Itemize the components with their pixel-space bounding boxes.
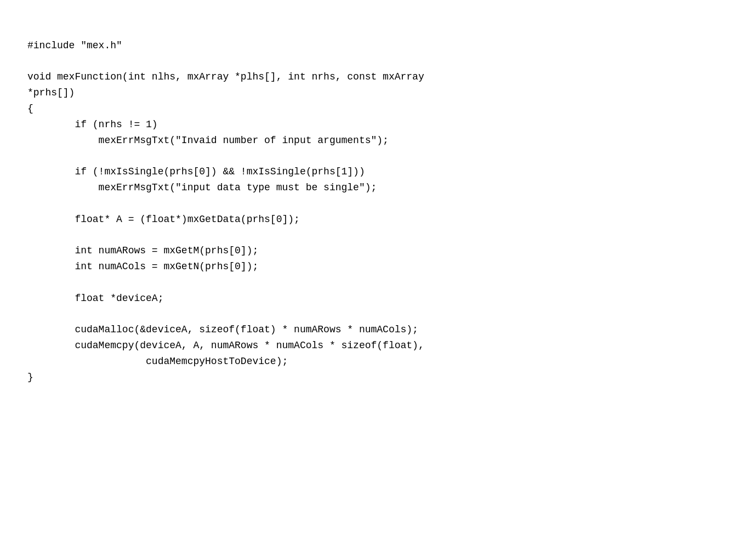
code-block: #include "mex.h" void mexFunction(int nl… <box>27 22 729 385</box>
code-line: cudaMemcpy(deviceA, A, numARows * numACo… <box>27 338 729 354</box>
code-line: cudaMemcpyHostToDevice); <box>27 354 729 370</box>
code-line: #include "mex.h" <box>27 38 729 54</box>
code-line: } <box>27 370 729 385</box>
code-line <box>27 306 729 322</box>
code-line: int numARows = mxGetM(prhs[0]); <box>27 243 729 259</box>
code-line: float *deviceA; <box>27 291 729 307</box>
code-line: cudaMalloc(&deviceA, sizeof(float) * num… <box>27 322 729 338</box>
code-line: float* A = (float*)mxGetData(prhs[0]); <box>27 212 729 228</box>
code-line: if (nrhs != 1) <box>27 117 729 133</box>
code-line: mexErrMsgTxt("Invaid number of input arg… <box>27 133 729 149</box>
code-line: if (!mxIsSingle(prhs[0]) && !mxIsSingle(… <box>27 164 729 180</box>
code-line <box>27 227 729 243</box>
code-line <box>27 54 729 70</box>
code-line <box>27 196 729 212</box>
code-line: void mexFunction(int nlhs, mxArray *plhs… <box>27 69 729 85</box>
code-line: mexErrMsgTxt("input data type must be si… <box>27 180 729 196</box>
code-line: { <box>27 101 729 117</box>
code-line: int numACols = mxGetN(prhs[0]); <box>27 259 729 275</box>
code-line: *prhs[]) <box>27 85 729 101</box>
code-line <box>27 275 729 291</box>
code-line <box>27 148 729 164</box>
